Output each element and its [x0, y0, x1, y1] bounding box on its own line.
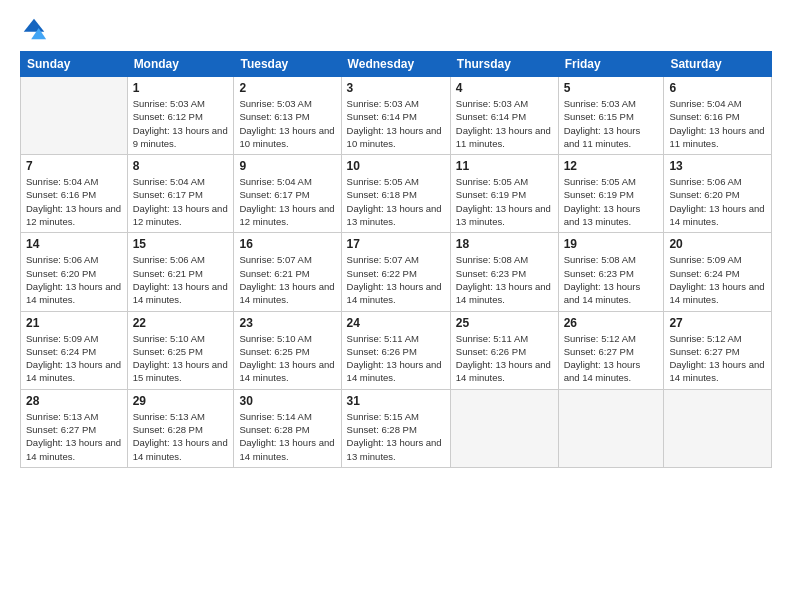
- day-number: 1: [133, 81, 229, 95]
- day-number: 9: [239, 159, 335, 173]
- daylight-text: Daylight: 13 hours and 14 minutes.: [239, 436, 335, 463]
- calendar-day-cell: 8 Sunrise: 5:04 AM Sunset: 6:17 PM Dayli…: [127, 155, 234, 233]
- calendar-day-cell: 17 Sunrise: 5:07 AM Sunset: 6:22 PM Dayl…: [341, 233, 450, 311]
- sunrise-text: Sunrise: 5:13 AM: [26, 410, 122, 423]
- sunset-text: Sunset: 6:26 PM: [456, 345, 553, 358]
- sunset-text: Sunset: 6:28 PM: [239, 423, 335, 436]
- calendar-day-cell: 29 Sunrise: 5:13 AM Sunset: 6:28 PM Dayl…: [127, 389, 234, 467]
- daylight-text: Daylight: 13 hours and 14 minutes.: [239, 358, 335, 385]
- day-number: 5: [564, 81, 659, 95]
- day-number: 14: [26, 237, 122, 251]
- calendar-day-cell: [664, 389, 772, 467]
- sunrise-text: Sunrise: 5:08 AM: [456, 253, 553, 266]
- calendar-day-cell: 10 Sunrise: 5:05 AM Sunset: 6:18 PM Dayl…: [341, 155, 450, 233]
- sunrise-text: Sunrise: 5:06 AM: [133, 253, 229, 266]
- day-info: Sunrise: 5:04 AM Sunset: 6:17 PM Dayligh…: [239, 175, 335, 228]
- weekday-header-thursday: Thursday: [450, 52, 558, 77]
- calendar-day-cell: 3 Sunrise: 5:03 AM Sunset: 6:14 PM Dayli…: [341, 77, 450, 155]
- sunrise-text: Sunrise: 5:07 AM: [347, 253, 445, 266]
- sunset-text: Sunset: 6:23 PM: [456, 267, 553, 280]
- calendar-day-cell: 14 Sunrise: 5:06 AM Sunset: 6:20 PM Dayl…: [21, 233, 128, 311]
- sunrise-text: Sunrise: 5:07 AM: [239, 253, 335, 266]
- calendar-day-cell: 4 Sunrise: 5:03 AM Sunset: 6:14 PM Dayli…: [450, 77, 558, 155]
- calendar-day-cell: 5 Sunrise: 5:03 AM Sunset: 6:15 PM Dayli…: [558, 77, 664, 155]
- sunset-text: Sunset: 6:15 PM: [564, 110, 659, 123]
- sunset-text: Sunset: 6:21 PM: [239, 267, 335, 280]
- sunrise-text: Sunrise: 5:11 AM: [456, 332, 553, 345]
- day-info: Sunrise: 5:11 AM Sunset: 6:26 PM Dayligh…: [347, 332, 445, 385]
- calendar-day-cell: 23 Sunrise: 5:10 AM Sunset: 6:25 PM Dayl…: [234, 311, 341, 389]
- sunset-text: Sunset: 6:28 PM: [133, 423, 229, 436]
- calendar-day-cell: 20 Sunrise: 5:09 AM Sunset: 6:24 PM Dayl…: [664, 233, 772, 311]
- sunrise-text: Sunrise: 5:08 AM: [564, 253, 659, 266]
- sunset-text: Sunset: 6:28 PM: [347, 423, 445, 436]
- daylight-text: Daylight: 13 hours and 14 minutes.: [133, 436, 229, 463]
- calendar-day-cell: 7 Sunrise: 5:04 AM Sunset: 6:16 PM Dayli…: [21, 155, 128, 233]
- weekday-header-friday: Friday: [558, 52, 664, 77]
- sunset-text: Sunset: 6:24 PM: [26, 345, 122, 358]
- sunrise-text: Sunrise: 5:09 AM: [26, 332, 122, 345]
- sunrise-text: Sunrise: 5:15 AM: [347, 410, 445, 423]
- calendar-day-cell: 24 Sunrise: 5:11 AM Sunset: 6:26 PM Dayl…: [341, 311, 450, 389]
- day-number: 6: [669, 81, 766, 95]
- sunrise-text: Sunrise: 5:03 AM: [564, 97, 659, 110]
- weekday-header-tuesday: Tuesday: [234, 52, 341, 77]
- day-info: Sunrise: 5:08 AM Sunset: 6:23 PM Dayligh…: [456, 253, 553, 306]
- day-info: Sunrise: 5:06 AM Sunset: 6:20 PM Dayligh…: [669, 175, 766, 228]
- daylight-text: Daylight: 13 hours and 12 minutes.: [26, 202, 122, 229]
- daylight-text: Daylight: 13 hours and 9 minutes.: [133, 124, 229, 151]
- weekday-header-monday: Monday: [127, 52, 234, 77]
- sunset-text: Sunset: 6:16 PM: [669, 110, 766, 123]
- sunset-text: Sunset: 6:25 PM: [239, 345, 335, 358]
- sunrise-text: Sunrise: 5:04 AM: [133, 175, 229, 188]
- day-number: 13: [669, 159, 766, 173]
- sunrise-text: Sunrise: 5:05 AM: [456, 175, 553, 188]
- day-info: Sunrise: 5:08 AM Sunset: 6:23 PM Dayligh…: [564, 253, 659, 306]
- calendar-week-row: 1 Sunrise: 5:03 AM Sunset: 6:12 PM Dayli…: [21, 77, 772, 155]
- day-number: 23: [239, 316, 335, 330]
- sunset-text: Sunset: 6:22 PM: [347, 267, 445, 280]
- sunrise-text: Sunrise: 5:12 AM: [669, 332, 766, 345]
- day-info: Sunrise: 5:05 AM Sunset: 6:18 PM Dayligh…: [347, 175, 445, 228]
- daylight-text: Daylight: 13 hours and 14 minutes.: [669, 280, 766, 307]
- logo: [20, 15, 52, 43]
- page: SundayMondayTuesdayWednesdayThursdayFrid…: [0, 0, 792, 612]
- sunset-text: Sunset: 6:26 PM: [347, 345, 445, 358]
- sunrise-text: Sunrise: 5:03 AM: [347, 97, 445, 110]
- day-info: Sunrise: 5:13 AM Sunset: 6:27 PM Dayligh…: [26, 410, 122, 463]
- sunrise-text: Sunrise: 5:12 AM: [564, 332, 659, 345]
- calendar-day-cell: 15 Sunrise: 5:06 AM Sunset: 6:21 PM Dayl…: [127, 233, 234, 311]
- calendar-day-cell: 16 Sunrise: 5:07 AM Sunset: 6:21 PM Dayl…: [234, 233, 341, 311]
- calendar-week-row: 7 Sunrise: 5:04 AM Sunset: 6:16 PM Dayli…: [21, 155, 772, 233]
- calendar-day-cell: 30 Sunrise: 5:14 AM Sunset: 6:28 PM Dayl…: [234, 389, 341, 467]
- day-info: Sunrise: 5:07 AM Sunset: 6:21 PM Dayligh…: [239, 253, 335, 306]
- calendar-day-cell: 31 Sunrise: 5:15 AM Sunset: 6:28 PM Dayl…: [341, 389, 450, 467]
- calendar-day-cell: [21, 77, 128, 155]
- day-info: Sunrise: 5:03 AM Sunset: 6:15 PM Dayligh…: [564, 97, 659, 150]
- sunrise-text: Sunrise: 5:03 AM: [239, 97, 335, 110]
- sunrise-text: Sunrise: 5:10 AM: [133, 332, 229, 345]
- sunset-text: Sunset: 6:17 PM: [133, 188, 229, 201]
- sunrise-text: Sunrise: 5:04 AM: [669, 97, 766, 110]
- calendar-day-cell: 25 Sunrise: 5:11 AM Sunset: 6:26 PM Dayl…: [450, 311, 558, 389]
- calendar-day-cell: 22 Sunrise: 5:10 AM Sunset: 6:25 PM Dayl…: [127, 311, 234, 389]
- day-number: 26: [564, 316, 659, 330]
- day-number: 19: [564, 237, 659, 251]
- day-number: 24: [347, 316, 445, 330]
- calendar-week-row: 21 Sunrise: 5:09 AM Sunset: 6:24 PM Dayl…: [21, 311, 772, 389]
- day-info: Sunrise: 5:03 AM Sunset: 6:13 PM Dayligh…: [239, 97, 335, 150]
- day-info: Sunrise: 5:10 AM Sunset: 6:25 PM Dayligh…: [133, 332, 229, 385]
- daylight-text: Daylight: 13 hours and 14 minutes.: [347, 358, 445, 385]
- daylight-text: Daylight: 13 hours and 12 minutes.: [133, 202, 229, 229]
- sunrise-text: Sunrise: 5:11 AM: [347, 332, 445, 345]
- sunset-text: Sunset: 6:13 PM: [239, 110, 335, 123]
- calendar-day-cell: 26 Sunrise: 5:12 AM Sunset: 6:27 PM Dayl…: [558, 311, 664, 389]
- day-number: 10: [347, 159, 445, 173]
- calendar-day-cell: 9 Sunrise: 5:04 AM Sunset: 6:17 PM Dayli…: [234, 155, 341, 233]
- calendar-table: SundayMondayTuesdayWednesdayThursdayFrid…: [20, 51, 772, 468]
- daylight-text: Daylight: 13 hours and 13 minutes.: [347, 202, 445, 229]
- sunset-text: Sunset: 6:24 PM: [669, 267, 766, 280]
- day-number: 7: [26, 159, 122, 173]
- day-number: 22: [133, 316, 229, 330]
- day-info: Sunrise: 5:14 AM Sunset: 6:28 PM Dayligh…: [239, 410, 335, 463]
